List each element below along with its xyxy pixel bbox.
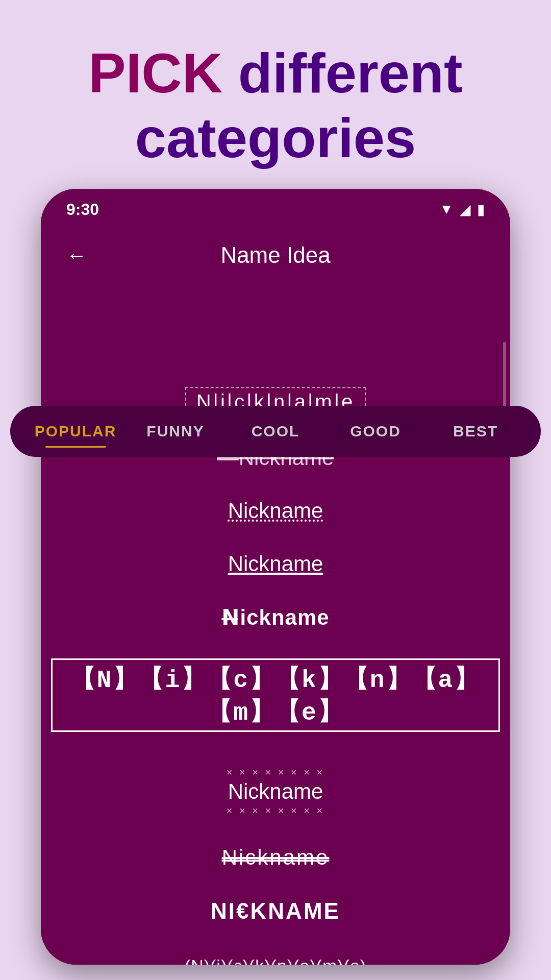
tab-good[interactable]: GOOD <box>325 415 425 448</box>
dots-below: × × × × × × × × <box>51 805 500 817</box>
list-item[interactable]: × × × × × × × × Nickname × × × × × × × × <box>41 746 510 831</box>
nickname-text: Nickname <box>222 845 330 869</box>
list-item[interactable]: NI€KNAME <box>41 884 510 938</box>
status-time: 9:30 <box>66 200 99 219</box>
wifi-icon: ▼ <box>439 201 454 217</box>
phone-frame: 9:30 ▼ ◢ ▮ ← Name Idea N|i|c|k|n|a|m|e —… <box>41 189 510 965</box>
list-item[interactable]: (N)(i)(c)(k)(n)(a)(m)(e) <box>41 938 510 965</box>
nickname-list: N|i|c|k|n|a|m|e —Nickname Nickname Nickn… <box>41 373 510 965</box>
list-item[interactable]: Nickname <box>41 537 510 591</box>
back-button[interactable]: ← <box>66 244 87 267</box>
battery-icon: ▮ <box>477 201 485 218</box>
nickname-text: 【N】【i】【c】【k】【n】【a】【m】【e】 <box>51 658 500 732</box>
header-different: different <box>222 41 463 104</box>
dots-above: × × × × × × × × <box>51 767 500 778</box>
app-title: Name Idea <box>220 242 330 268</box>
status-bar: 9:30 ▼ ◢ ▮ <box>41 189 510 230</box>
tab-funny[interactable]: FUNNY <box>126 415 226 448</box>
nickname-text: N̶ickname <box>221 605 329 629</box>
nickname-text: Nickname <box>228 499 323 523</box>
list-item[interactable]: Nickname <box>41 484 510 537</box>
nickname-text: NI€KNAME <box>211 898 340 923</box>
tab-best[interactable]: BEST <box>425 415 525 448</box>
list-item[interactable]: Nickname <box>41 831 510 884</box>
tab-bar: POPULAR FUNNY COOL GOOD BEST <box>10 406 541 457</box>
nickname-text: Nickname <box>228 552 323 576</box>
status-icons: ▼ ◢ ▮ <box>439 201 485 218</box>
header-pick: PICK <box>88 41 222 104</box>
tab-cool[interactable]: COOL <box>226 415 325 448</box>
header-categories: categories <box>0 106 551 170</box>
header-section: PICK different categories <box>0 41 551 170</box>
app-bar: ← Name Idea <box>41 230 510 281</box>
list-item[interactable]: 【N】【i】【c】【k】【n】【a】【m】【e】 <box>41 644 510 746</box>
signal-icon: ◢ <box>460 201 471 218</box>
nickname-text: Nickname <box>228 779 323 803</box>
list-item[interactable]: N̶ickname <box>41 591 510 644</box>
tab-popular[interactable]: POPULAR <box>26 415 126 448</box>
tab-bar-wrapper: POPULAR FUNNY COOL GOOD BEST <box>10 406 541 457</box>
phone-inner: 9:30 ▼ ◢ ▮ ← Name Idea N|i|c|k|n|a|m|e —… <box>41 189 510 965</box>
nickname-text: (N)(i)(c)(k)(n)(a)(m)(e) <box>185 956 366 965</box>
